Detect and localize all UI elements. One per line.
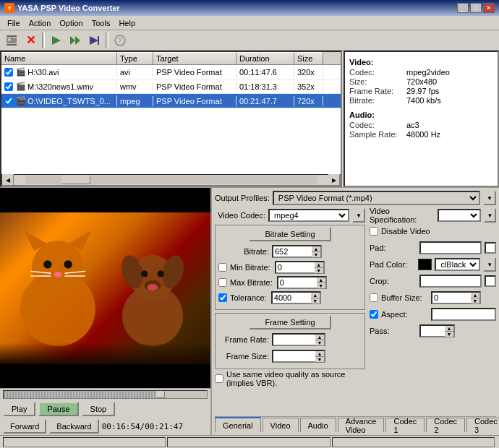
tolerance-spin-up[interactable]: ▲ [311, 293, 320, 298]
scrollbar-track[interactable] [25, 176, 317, 184]
max-bitrate-spin-up[interactable]: ▲ [317, 277, 325, 283]
svg-rect-8 [98, 36, 99, 45]
tolerance-spin-down[interactable]: ▼ [311, 298, 320, 303]
file-checkbox-2[interactable] [4, 82, 13, 91]
frame-size-input[interactable]: 320x240 [272, 350, 315, 363]
forward-button[interactable]: Forward [3, 419, 46, 434]
delete-button[interactable]: ✕ [22, 33, 39, 48]
buffer-size-spin-up[interactable]: ▲ [471, 293, 479, 298]
pad-input[interactable]: 0;0;0;0 [419, 241, 482, 254]
menu-action[interactable]: Action [25, 17, 56, 29]
col-header-duration[interactable]: Duration [236, 52, 294, 64]
svg-rect-2 [7, 44, 17, 46]
file-list-scrollbar-h[interactable]: ◀ ▶ [1, 174, 341, 186]
file-row[interactable]: 🎬 H:\30.avi avi PSP Video Format 00:11:4… [1, 65, 341, 79]
maximize-btn[interactable]: □ [470, 3, 482, 13]
min-bitrate-checkbox[interactable] [218, 263, 227, 272]
file-checkbox-1[interactable] [4, 68, 13, 77]
min-bitrate-spin-up[interactable]: ▲ [315, 262, 323, 268]
frame-rate-spin-down[interactable]: ▼ [315, 340, 324, 345]
tolerance-checkbox[interactable] [218, 293, 227, 302]
col-header-size[interactable]: Size [294, 52, 323, 64]
buffer-size-spin-down[interactable]: ▼ [471, 298, 479, 303]
tab-video[interactable]: Video [263, 418, 299, 432]
tolerance-input[interactable] [271, 291, 311, 304]
video-codec-select-box: mpeg4 [268, 209, 349, 222]
output-profiles-select[interactable]: PSP Video Format (*.mp4) [273, 191, 480, 205]
status-bar [0, 435, 499, 448]
frame-setting-btn[interactable]: Frame Setting [249, 315, 330, 329]
convert-button[interactable] [48, 33, 65, 48]
progress-thumb[interactable] [156, 391, 165, 398]
frame-size-spin-down[interactable]: ▼ [315, 357, 324, 362]
pad-color-swatch[interactable] [418, 259, 432, 270]
col-header-type[interactable]: Type [117, 52, 153, 64]
file-row[interactable]: 🎬 M:\320news1.wmv wmv PSP Video Format 0… [1, 79, 341, 94]
progress-track[interactable] [3, 390, 208, 399]
max-bitrate-spin-down[interactable]: ▼ [317, 283, 325, 288]
bitrate-spin-up[interactable]: ▲ [312, 246, 320, 252]
vbr-checkbox[interactable] [215, 374, 223, 383]
pad-btn[interactable] [485, 242, 496, 254]
backward-button[interactable]: Backward [49, 419, 98, 434]
disable-video-checkbox[interactable] [370, 227, 378, 236]
tab-generial[interactable]: Generial [215, 417, 261, 432]
tab-audio[interactable]: Audio [300, 418, 336, 432]
bitrate-spin-btns: ▲ ▼ [312, 245, 322, 258]
col-header-target[interactable]: Target [153, 52, 236, 64]
bitrate-spinbox: 652 ▲ ▼ [272, 245, 322, 258]
scroll-right[interactable]: ▶ [328, 174, 340, 186]
video-codec-select[interactable]: mpeg4 [268, 209, 349, 222]
close-btn[interactable]: ✕ [483, 3, 495, 13]
pass-input[interactable]: 1 [419, 324, 445, 337]
frame-rate-input[interactable]: 29.97 [272, 333, 315, 346]
bitrate-setting-btn[interactable]: Bitrate Setting [249, 227, 330, 241]
help-button[interactable]: ? [111, 33, 129, 48]
batch-button[interactable] [85, 33, 103, 48]
crop-btn[interactable] [485, 275, 496, 287]
buffer-size-checkbox[interactable] [370, 293, 378, 302]
menu-help[interactable]: Help [114, 17, 140, 29]
video-spec-arrow[interactable]: ▼ [484, 208, 496, 223]
pad-color-arrow[interactable]: ▼ [483, 257, 496, 272]
play-button[interactable]: Play [3, 402, 35, 416]
pause-button[interactable]: Pause [38, 402, 78, 416]
scrollbar-thumb[interactable] [61, 176, 90, 184]
frame-size-spin-up[interactable]: ▲ [315, 351, 324, 357]
tab-codec3[interactable]: Codec 3 [466, 418, 499, 432]
col-header-name[interactable]: Name [1, 52, 117, 64]
video-spec-select[interactable] [438, 209, 481, 222]
file-checkbox-3[interactable] [4, 97, 13, 105]
min-bitrate-input[interactable] [275, 261, 315, 274]
max-bitrate-checkbox[interactable] [218, 278, 227, 287]
pad-color-select[interactable]: clBlack [435, 258, 480, 271]
output-profiles-arrow[interactable]: ▼ [483, 191, 496, 205]
title-bar-controls[interactable]: _ □ ✕ [457, 3, 495, 13]
menu-option[interactable]: Option [55, 17, 87, 29]
min-bitrate-spin-down[interactable]: ▼ [315, 268, 323, 273]
aspect-checkbox[interactable] [370, 310, 378, 319]
pad-color-row: Pad Color: clBlack ▼ [370, 257, 496, 272]
stop-button[interactable]: Stop [82, 402, 116, 416]
video-codec-arrow[interactable]: ▼ [352, 208, 365, 223]
crop-input[interactable]: 0;0;0;0 [419, 275, 482, 288]
frame-rate-spin-up[interactable]: ▲ [315, 335, 324, 340]
menu-file[interactable]: File [3, 17, 25, 29]
pass-spin-down[interactable]: ▼ [445, 332, 453, 337]
menu-tools[interactable]: Tools [88, 17, 115, 29]
bitrate-input[interactable]: 652 [272, 245, 312, 258]
bitrate-spin-down[interactable]: ▼ [312, 252, 320, 257]
scroll-left[interactable]: ◀ [2, 174, 14, 186]
max-bitrate-input[interactable] [277, 276, 317, 289]
buffer-size-input[interactable] [431, 291, 471, 304]
buffer-size-spin-btns: ▲ ▼ [471, 291, 481, 304]
file-row[interactable]: 🎬 O:\VIDEO_TSWTS_0... mpeg PSP Video For… [1, 94, 341, 108]
convert-all-button[interactable] [67, 33, 84, 48]
tab-codec1[interactable]: Codec 1 [385, 418, 425, 432]
pass-spin-up[interactable]: ▲ [445, 326, 453, 332]
tab-advance-video[interactable]: Advance Video [338, 418, 385, 432]
tab-codec2[interactable]: Codec 2 [426, 418, 465, 432]
minimize-btn[interactable]: _ [457, 3, 469, 13]
aspect-input[interactable]: 1.78 [431, 308, 496, 321]
settings-button[interactable] [3, 33, 20, 48]
